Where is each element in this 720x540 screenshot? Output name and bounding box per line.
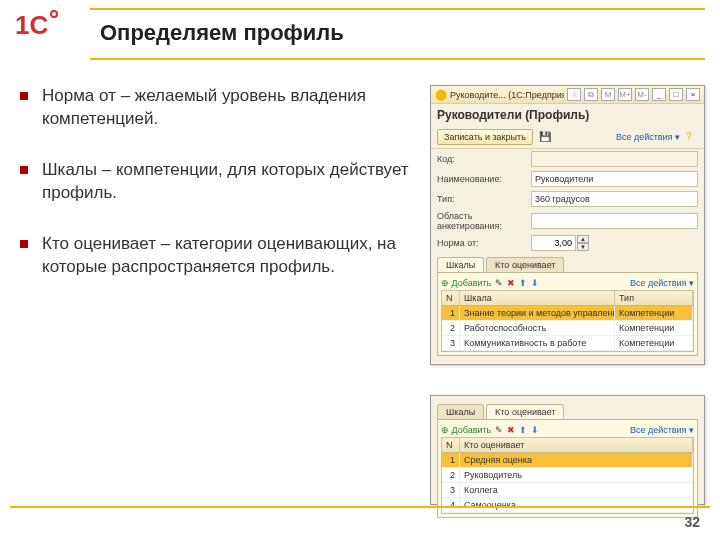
code-field[interactable]: [531, 151, 698, 167]
norm-spinner[interactable]: ▲▼: [531, 235, 589, 251]
form-title: Руководители (Профиль): [431, 104, 704, 126]
edit-icon[interactable]: ✎: [495, 278, 503, 288]
tab-scales[interactable]: Шкалы: [437, 404, 484, 419]
bullet-text: Кто оценивает – категории оценивающих, н…: [42, 233, 420, 279]
grid-actions-menu[interactable]: Все действия ▾: [630, 278, 694, 288]
logo-text: 1С: [15, 10, 48, 40]
form-toolbar: Записать и закрыть 💾 Все действия ▾ ?: [431, 126, 704, 149]
add-label: Добавить: [452, 425, 492, 435]
page-title: Определяем профиль: [100, 20, 344, 46]
m-button[interactable]: M: [601, 88, 615, 101]
cell-type: Компетенции: [615, 306, 693, 320]
col-type[interactable]: Тип: [615, 291, 693, 305]
tabs: Шкалы Кто оценивает: [431, 400, 704, 419]
cell-who: Средняя оценка: [460, 453, 693, 467]
add-label: Добавить: [452, 278, 492, 288]
header-rule: [90, 8, 705, 10]
maximize-button[interactable]: □: [669, 88, 683, 101]
table-row[interactable]: 2Руководитель: [442, 468, 693, 483]
cell-n: 3: [442, 483, 460, 497]
name-field[interactable]: Руководители: [531, 171, 698, 187]
cell-who: Самооценка: [460, 498, 693, 512]
help-icon[interactable]: ?: [686, 131, 698, 143]
type-label: Тип:: [437, 194, 527, 204]
cell-n: 2: [442, 321, 460, 335]
table-row[interactable]: 2РаботоспособностьКомпетенции: [442, 321, 693, 336]
spin-up-icon[interactable]: ▲: [577, 235, 589, 243]
cell-who: Руководитель: [460, 468, 693, 482]
add-button[interactable]: ⊕ Добавить: [441, 425, 491, 435]
tab-panel: ⊕ Добавить ✎ ✖ ⬆ ⬇ Все действия ▾ N Шкал…: [437, 272, 698, 356]
cell-scale: Работоспособность: [460, 321, 615, 335]
col-who[interactable]: Кто оценивает: [460, 438, 693, 452]
logo-mark: [50, 10, 58, 18]
link-button[interactable]: ⧉: [584, 88, 598, 101]
bullet-icon: [20, 240, 28, 248]
m-plus-button[interactable]: M+: [618, 88, 632, 101]
edit-icon[interactable]: ✎: [495, 425, 503, 435]
page-number: 32: [684, 514, 700, 530]
m-minus-button[interactable]: M-: [635, 88, 649, 101]
name-label: Наименование:: [437, 174, 527, 184]
save-icon[interactable]: 💾: [539, 131, 551, 143]
bullet-text: Норма от – желаемый уровень владения ком…: [42, 85, 420, 131]
bullet-list: Норма от – желаемый уровень владения ком…: [20, 85, 420, 307]
grid-actions-menu[interactable]: Все действия ▾: [630, 425, 694, 435]
window-title: Руководите... (1С:Предприятие): [450, 90, 564, 100]
scales-grid: N Шкала Тип 1Знание теории и методов упр…: [441, 290, 694, 352]
grid-header: N Шкала Тип: [442, 291, 693, 306]
cell-scale: Коммуникативность в работе: [460, 336, 615, 350]
cell-n: 1: [442, 453, 460, 467]
close-button[interactable]: ×: [686, 88, 700, 101]
tab-who-evaluates[interactable]: Кто оценивает: [486, 257, 564, 272]
area-field[interactable]: [531, 213, 698, 229]
table-row[interactable]: 1Знание теории и методов управленияКомпе…: [442, 306, 693, 321]
bullet-text: Шкалы – компетенции, для которых действу…: [42, 159, 420, 205]
minimize-button[interactable]: _: [652, 88, 666, 101]
cell-scale: Знание теории и методов управления: [460, 306, 615, 320]
save-and-close-button[interactable]: Записать и закрыть: [437, 129, 533, 145]
titlebar[interactable]: ⬤ Руководите... (1С:Предприятие) ☆ ⧉ M M…: [431, 86, 704, 104]
up-icon[interactable]: ⬆: [519, 278, 527, 288]
norm-label: Норма от:: [437, 238, 527, 248]
tab-scales[interactable]: Шкалы: [437, 257, 484, 272]
grid-header: N Кто оценивает: [442, 438, 693, 453]
delete-icon[interactable]: ✖: [507, 278, 515, 288]
app-window-evaluators: Шкалы Кто оценивает ⊕ Добавить ✎ ✖ ⬆ ⬇ В…: [430, 395, 705, 505]
cell-n: 3: [442, 336, 460, 350]
norm-input[interactable]: [531, 235, 576, 251]
area-label: Область анкетирования:: [437, 211, 527, 231]
col-n[interactable]: N: [442, 438, 460, 452]
all-actions-menu[interactable]: Все действия ▾: [616, 132, 680, 142]
down-icon[interactable]: ⬇: [531, 425, 539, 435]
spin-down-icon[interactable]: ▼: [577, 243, 589, 251]
bullet-icon: [20, 166, 28, 174]
grid-toolbar: ⊕ Добавить ✎ ✖ ⬆ ⬇ Все действия ▾: [441, 276, 694, 290]
down-icon[interactable]: ⬇: [531, 278, 539, 288]
title-underline: [90, 58, 705, 60]
add-button[interactable]: ⊕ Добавить: [441, 278, 491, 288]
up-icon[interactable]: ⬆: [519, 425, 527, 435]
table-row[interactable]: 3Коллега: [442, 483, 693, 498]
app-window-profile: ⬤ Руководите... (1С:Предприятие) ☆ ⧉ M M…: [430, 85, 705, 365]
type-field[interactable]: 360 градусов: [531, 191, 698, 207]
grid-toolbar: ⊕ Добавить ✎ ✖ ⬆ ⬇ Все действия ▾: [441, 423, 694, 437]
cell-type: Компетенции: [615, 321, 693, 335]
delete-icon[interactable]: ✖: [507, 425, 515, 435]
fav-button[interactable]: ☆: [567, 88, 581, 101]
code-label: Код:: [437, 154, 527, 164]
col-n[interactable]: N: [442, 291, 460, 305]
cell-n: 2: [442, 468, 460, 482]
cell-n: 4: [442, 498, 460, 512]
tabs: Шкалы Кто оценивает: [431, 257, 704, 272]
evaluators-grid: N Кто оценивает 1Средняя оценка 2Руковод…: [441, 437, 694, 514]
cell-who: Коллега: [460, 483, 693, 497]
table-row[interactable]: 1Средняя оценка: [442, 453, 693, 468]
list-item: Кто оценивает – категории оценивающих, н…: [20, 233, 420, 279]
list-item: Шкалы – компетенции, для которых действу…: [20, 159, 420, 205]
col-scale[interactable]: Шкала: [460, 291, 615, 305]
logo: 1С: [15, 10, 75, 55]
bullet-icon: [20, 92, 28, 100]
tab-who-evaluates[interactable]: Кто оценивает: [486, 404, 564, 419]
table-row[interactable]: 3Коммуникативность в работеКомпетенции: [442, 336, 693, 351]
